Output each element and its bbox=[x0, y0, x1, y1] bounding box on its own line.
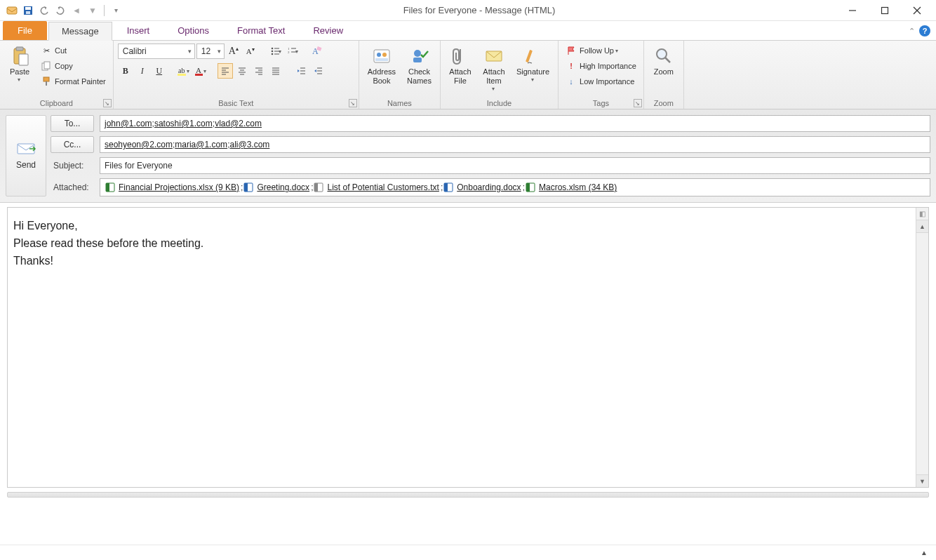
svg-rect-3 bbox=[26, 11, 30, 14]
sidebar-toggle-icon[interactable]: ◧ bbox=[916, 208, 928, 220]
attach-item-icon bbox=[483, 45, 505, 67]
address-book-icon bbox=[370, 45, 393, 67]
to-button[interactable]: To... bbox=[51, 115, 94, 132]
expand-icon[interactable]: ▲ bbox=[921, 549, 928, 556]
recipient-address[interactable]: satoshi@1.com bbox=[154, 119, 213, 128]
minimize-button[interactable] bbox=[836, 1, 869, 20]
tab-insert[interactable]: Insert bbox=[114, 21, 163, 40]
basic-text-dialog-launcher[interactable]: ↘ bbox=[349, 99, 357, 107]
attachment-item[interactable]: Financial Projections.xlsx (9 KB) bbox=[105, 182, 239, 193]
attach-file-label: Attach File bbox=[449, 67, 471, 86]
recipient-address[interactable]: ali@3.com bbox=[229, 140, 269, 149]
attachments-input[interactable]: Financial Projections.xlsx (9 KB); Greet… bbox=[100, 178, 930, 196]
align-left-button[interactable] bbox=[218, 63, 233, 79]
shrink-font-button[interactable]: A▾ bbox=[243, 44, 258, 59]
recipient-address[interactable]: vlad@2.com bbox=[215, 119, 262, 128]
attach-item-button[interactable]: Attach Item ▾ bbox=[479, 44, 509, 94]
decrease-indent-button[interactable] bbox=[293, 63, 309, 79]
svg-rect-5 bbox=[882, 7, 888, 13]
attachment-item[interactable]: Greeting.docx bbox=[243, 182, 309, 193]
paste-icon bbox=[8, 45, 31, 67]
close-button[interactable] bbox=[901, 1, 933, 20]
highlight-button[interactable]: ab▾ bbox=[175, 63, 191, 79]
underline-button[interactable]: U bbox=[152, 63, 167, 79]
clipboard-dialog-launcher[interactable]: ↘ bbox=[103, 99, 112, 107]
attachment-item[interactable]: Macros.xlsm (34 KB) bbox=[525, 182, 617, 193]
align-center-button[interactable] bbox=[234, 63, 250, 79]
customize-qat-icon[interactable]: ▾ bbox=[109, 4, 122, 17]
paste-button[interactable]: Paste ▾ bbox=[4, 44, 35, 85]
chevron-down-icon: ▾ bbox=[531, 76, 534, 84]
tags-dialog-launcher[interactable]: ↘ bbox=[634, 99, 642, 107]
tab-options[interactable]: Options bbox=[164, 21, 222, 40]
align-right-button[interactable] bbox=[251, 63, 267, 79]
follow-up-button[interactable]: Follow Up ▾ bbox=[563, 44, 639, 58]
body-line: Thanks! bbox=[13, 253, 923, 270]
bold-button[interactable]: B bbox=[118, 63, 133, 79]
attachment-item[interactable]: Onboarding.docx bbox=[443, 182, 521, 193]
save-icon[interactable] bbox=[22, 4, 34, 17]
increase-indent-button[interactable] bbox=[310, 63, 326, 79]
file-icon bbox=[443, 182, 454, 193]
grow-font-button[interactable]: A▴ bbox=[226, 44, 241, 59]
svg-rect-9 bbox=[16, 47, 23, 51]
group-names: Address Book Check Names Names bbox=[359, 41, 441, 109]
tab-format-text[interactable]: Format Text bbox=[224, 21, 298, 40]
send-button[interactable]: Send bbox=[6, 115, 46, 196]
address-book-label: Address Book bbox=[368, 67, 396, 86]
recipient-address[interactable]: john@1.com bbox=[105, 119, 152, 128]
recipient-address[interactable]: seohyeon@2.com bbox=[105, 140, 173, 149]
group-label-basic-text: Basic Text bbox=[118, 98, 354, 107]
maximize-button[interactable] bbox=[869, 1, 901, 20]
attachment-item[interactable]: List of Potential Customers.txt bbox=[313, 182, 439, 193]
cc-input[interactable]: seohyeon@2.com; maria@1.com; ali@3.com bbox=[100, 136, 930, 153]
format-painter-button[interactable]: Format Painter bbox=[38, 74, 109, 88]
tab-file[interactable]: File bbox=[3, 21, 47, 40]
prev-item-icon[interactable]: ◄ bbox=[70, 4, 83, 17]
message-body[interactable]: Hi Everyone, Please read these before th… bbox=[8, 208, 928, 487]
font-size-value: 12 bbox=[201, 46, 210, 56]
ribbon-tabs: File Message Insert Options Format Text … bbox=[0, 21, 936, 41]
check-names-button[interactable]: Check Names bbox=[403, 44, 436, 87]
attach-file-button[interactable]: Attach File bbox=[445, 44, 476, 87]
svg-rect-30 bbox=[195, 74, 203, 76]
italic-button[interactable]: I bbox=[135, 63, 150, 79]
qat-separator bbox=[104, 5, 105, 16]
recipient-address[interactable]: maria@1.com bbox=[175, 140, 227, 149]
next-item-icon[interactable]: ▼ bbox=[86, 4, 99, 17]
cut-button[interactable]: ✂ Cut bbox=[38, 44, 109, 58]
subject-input[interactable]: Files for Everyone bbox=[100, 157, 930, 174]
flag-icon bbox=[566, 45, 577, 56]
tab-message[interactable]: Message bbox=[48, 22, 112, 41]
minimize-ribbon-icon[interactable]: ⌃ bbox=[909, 27, 915, 36]
scroll-down-button[interactable]: ▼ bbox=[916, 474, 928, 487]
cc-button[interactable]: Cc... bbox=[51, 136, 94, 153]
svg-point-55 bbox=[382, 53, 387, 57]
copy-label: Copy bbox=[55, 62, 73, 70]
clear-formatting-button[interactable]: A bbox=[309, 44, 324, 59]
file-icon bbox=[525, 182, 536, 193]
tab-review[interactable]: Review bbox=[300, 21, 356, 40]
high-importance-button[interactable]: ! High Importance bbox=[563, 59, 639, 73]
low-importance-button[interactable]: ↓ Low Importance bbox=[563, 74, 639, 88]
scrollbar[interactable]: ◧ ▲ ▼ bbox=[916, 208, 928, 487]
signature-button[interactable]: Signature ▾ bbox=[512, 44, 554, 85]
address-book-button[interactable]: Address Book bbox=[363, 44, 400, 87]
undo-icon[interactable] bbox=[38, 4, 51, 17]
outlook-icon[interactable] bbox=[6, 4, 18, 17]
justify-button[interactable] bbox=[268, 63, 283, 79]
svg-rect-71 bbox=[444, 183, 448, 192]
help-icon[interactable]: ? bbox=[919, 25, 930, 36]
svg-rect-28 bbox=[178, 74, 186, 76]
font-name-select[interactable]: Calibri bbox=[118, 44, 195, 59]
font-color-button[interactable]: A▾ bbox=[192, 63, 208, 79]
svg-rect-12 bbox=[44, 62, 50, 69]
bullets-button[interactable]: ▾ bbox=[268, 44, 283, 59]
numbering-button[interactable]: 12▾ bbox=[285, 44, 300, 59]
zoom-button[interactable]: Zoom bbox=[648, 44, 679, 78]
scroll-up-button[interactable]: ▲ bbox=[916, 220, 928, 233]
redo-icon[interactable] bbox=[54, 4, 67, 17]
font-size-select[interactable]: 12 bbox=[196, 44, 225, 59]
copy-button[interactable]: Copy bbox=[38, 59, 109, 73]
to-input[interactable]: john@1.com; satoshi@1.com; vlad@2.com bbox=[100, 115, 930, 132]
